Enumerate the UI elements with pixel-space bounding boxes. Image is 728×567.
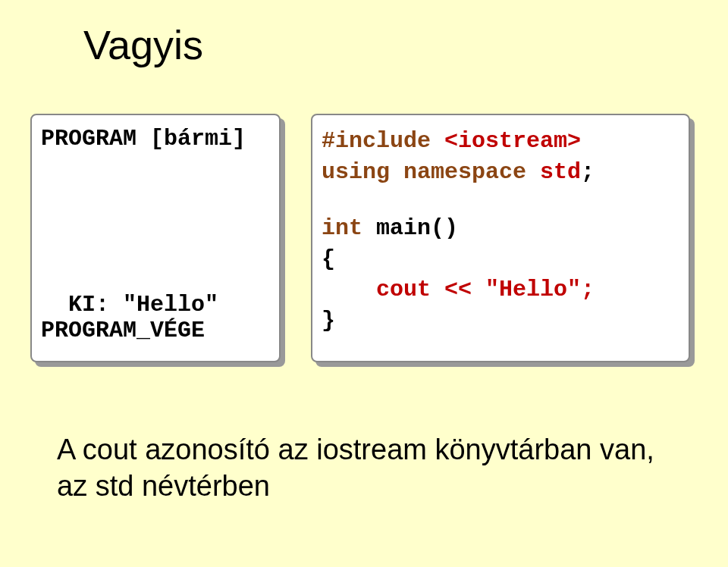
caption-line-1: A cout azonosító az iostream könyvtárban… — [57, 432, 654, 468]
brace-open: { — [322, 244, 679, 275]
int-keyword: int — [322, 215, 362, 241]
semi-1: ; — [581, 159, 595, 185]
iostream-header: <iostream> — [431, 128, 581, 154]
using-keyword: using — [322, 159, 390, 185]
namespace-keyword: namespace — [390, 159, 540, 185]
std-identifier: std — [540, 159, 581, 185]
pseudo-line-2: KI: "Hello" — [41, 292, 270, 318]
cpp-include-line: #include <iostream> — [322, 126, 679, 157]
cpp-main-line: int main() — [322, 213, 679, 244]
pseudo-line-3: PROGRAM_VÉGE — [41, 318, 270, 343]
pseudo-code-box: PROGRAM [bármi] KI: "Hello" PROGRAM_VÉGE — [30, 114, 281, 362]
code-gap — [322, 187, 679, 213]
caption: A cout azonosító az iostream könyvtárban… — [57, 432, 654, 504]
slide-title: Vagyis — [83, 21, 203, 68]
cout-line: cout << "Hello"; — [322, 274, 679, 305]
main-signature: main() — [362, 215, 458, 241]
pseudo-spacer — [41, 152, 270, 292]
cpp-code-box: #include <iostream> using namespace std;… — [311, 114, 690, 362]
cpp-using-line: using namespace std; — [322, 157, 679, 188]
caption-line-2: az std névtérben — [57, 468, 654, 505]
brace-close: } — [322, 305, 679, 337]
include-keyword: #include — [322, 128, 431, 154]
pseudo-line-1: PROGRAM [bármi] — [41, 126, 270, 152]
